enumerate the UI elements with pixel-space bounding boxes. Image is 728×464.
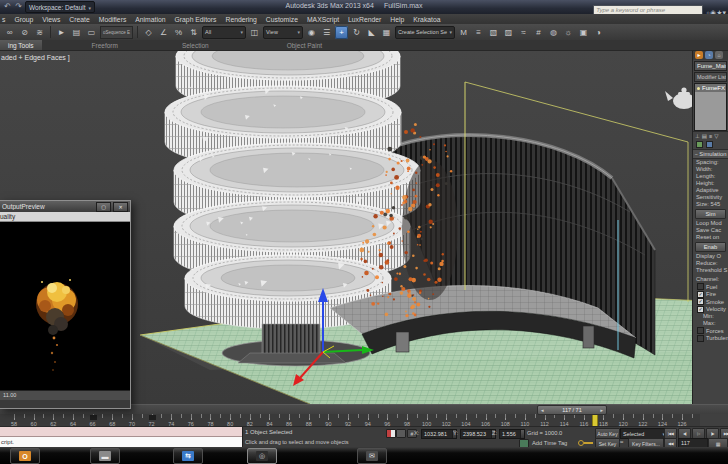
preview-title-bar[interactable]: OutputPreview ▢ ✕ [0,201,130,212]
modifier-stack-item-fumefx[interactable]: FumeFX [695,84,726,92]
output-preview-window[interactable]: OutputPreview ▢ ✕ uality [0,200,131,409]
enable-button[interactable]: Enab [695,242,726,252]
preview-menu-bar[interactable]: uality [0,212,130,222]
timeline-ruler[interactable]: 5860626466687072747678808284868890929496… [0,413,700,427]
checkbox-turbulen[interactable] [697,335,704,342]
selection-filter-dropdown[interactable]: All [202,26,246,39]
menu-item-animation[interactable]: Animation [135,16,165,23]
checkbox-velocity[interactable]: ✓ [697,306,704,313]
channel-row-velocity[interactable]: ✓Velocity [693,306,728,314]
x-coordinate-field[interactable]: 1032.981 [421,429,457,439]
select-and-rotate-icon[interactable]: ↻ [350,26,363,39]
close-icon[interactable]: ✕ [113,202,128,212]
menu-item-graph-editors[interactable]: Graph Editors [175,16,217,23]
selection-region-icon[interactable]: ▭ [85,26,98,39]
hierarchy-tab-icon[interactable]: ⌂ [715,51,723,59]
visibility-bulb-icon[interactable] [697,87,700,90]
select-and-move-icon[interactable]: + [335,26,348,39]
remove-modifier-icon[interactable]: ▽ [714,133,718,139]
tower-wireframe-model[interactable] [165,50,420,329]
selection-lock-icon[interactable] [396,429,406,438]
viewport-shading-label[interactable]: aded + Edged Faces ] [1,54,70,61]
menu-item-help[interactable]: Help [390,16,404,23]
unlink-selection-icon[interactable]: ⊘ [18,26,31,39]
spinner-snap-icon[interactable]: ⇅ [187,26,200,39]
channel-row-fuel[interactable]: Fuel [693,283,728,291]
drive-icon[interactable]: ▬ [90,448,120,464]
show-end-result-icon[interactable]: ▤ [702,133,707,139]
angle-snap-icon[interactable]: ∠ [157,26,170,39]
add-time-tag[interactable]: Add Time Tag [532,440,567,446]
menu-item-rendering[interactable]: Rendering [225,16,256,23]
rendered-frame-icon[interactable]: ▣ [577,26,590,39]
modify-tab-icon[interactable]: ◔ [705,51,713,59]
object-name-field[interactable]: Fume_Mainb [694,61,727,71]
configure-modifier-sets-icon[interactable]: ≡ [709,133,712,139]
z-coordinate-field[interactable]: 1.556 [499,429,525,439]
app-3dsmax-icon[interactable]: ◎ [247,448,277,464]
channel-row-forces[interactable]: Forces [693,327,728,335]
reference-coordinate-dropdown[interactable]: View [263,26,303,39]
menu-item-modifiers[interactable]: Modifiers [99,16,127,23]
workspace-dropdown[interactable]: Workspace: Default [25,1,95,13]
checkbox-fire[interactable]: ✓ [697,291,704,298]
select-and-link-icon[interactable]: ∞ [3,26,16,39]
select-by-name-icon[interactable]: ▤ [70,26,83,39]
outlook-icon[interactable]: O [10,448,40,464]
menu-item-krakatoa[interactable]: Krakatoa [413,16,440,23]
checkbox-forces[interactable] [697,327,704,334]
remote-desktop-icon[interactable]: ⇆ [173,448,203,464]
schematic-view-icon[interactable]: # [532,26,545,39]
menu-item-create[interactable]: Create [69,16,89,23]
y-coordinate-field[interactable]: 2398.523 [460,429,496,439]
tab-freeform[interactable]: Freeform [84,40,126,50]
menu-item-views[interactable]: Views [42,16,60,23]
menu-item-customize[interactable]: Customize [266,16,298,23]
menu-item-s[interactable]: s [2,16,5,23]
next-frame-arrow[interactable]: ► [600,408,604,413]
create-tab-icon[interactable]: ► [695,51,703,59]
checkbox-fuel[interactable] [697,283,704,290]
make-unique-icon[interactable] [706,141,713,148]
tab-ing-tools[interactable]: ing Tools [0,40,42,50]
previous-frame-arrow[interactable]: ◄ [540,408,544,413]
tab-selection[interactable]: Selection [174,40,217,50]
snaps-toggle-icon[interactable]: ◇ [142,26,155,39]
modifier-stack[interactable]: FumeFX [694,83,727,131]
menu-item-maxscript[interactable]: MAXScript [307,16,339,23]
set-key-icon[interactable] [578,440,594,447]
default-in-out-tangent-icon[interactable]: ≈ [620,439,623,445]
use-pivot-point-icon[interactable]: ◉ [305,26,318,39]
checkbox-smoke[interactable]: ✓ [697,298,704,305]
mirror-icon[interactable]: M [457,26,470,39]
channel-row-smoke[interactable]: ✓Smoke [693,298,728,306]
show-end-result-icon[interactable] [696,141,703,148]
restore-button[interactable]: ▢ [96,202,111,212]
macro-recorder-strip[interactable] [0,427,242,437]
material-editor-icon[interactable]: ◍ [547,26,560,39]
menu-item-group[interactable]: Group [14,16,33,23]
preview-menu-item[interactable]: uality [0,213,15,220]
layer-manager-icon[interactable]: ▧ [487,26,500,39]
pin-stack-icon[interactable]: ⊥ [695,133,700,139]
maxscript-mini-listener[interactable]: cript. [0,427,243,448]
simulate-button[interactable]: Sim [695,209,726,219]
render-production-icon[interactable]: ◑ [592,26,605,39]
modifier-list-dropdown[interactable]: Modifier List [694,72,727,82]
rollout-simulation-header[interactable]: Simulation [693,149,728,159]
selection-set-dropdown[interactable]: Create Selection Se [395,26,455,39]
bind-to-space-warp-icon[interactable]: ≋ [33,26,46,39]
channel-row-fire[interactable]: ✓Fire [693,291,728,299]
sequence-button[interactable]: oSequence E [100,26,133,39]
align-icon[interactable]: ≡ [472,26,485,39]
chat-icon[interactable]: ✉ [357,448,387,464]
percent-snap-icon[interactable]: % [172,26,185,39]
channel-row-turbulen[interactable]: Turbulen [693,335,728,343]
curve-editor-icon[interactable]: ≈ [517,26,530,39]
named-selection-sets-icon[interactable]: ▦ [380,26,393,39]
select-and-manipulate-icon[interactable]: ☰ [320,26,333,39]
isolate-selection-icon[interactable] [386,429,396,438]
time-slider-handle[interactable]: ◄ 117 / 71 ► [537,405,607,415]
render-setup-icon[interactable]: ☼ [562,26,575,39]
select-and-scale-icon[interactable]: ◣ [365,26,378,39]
